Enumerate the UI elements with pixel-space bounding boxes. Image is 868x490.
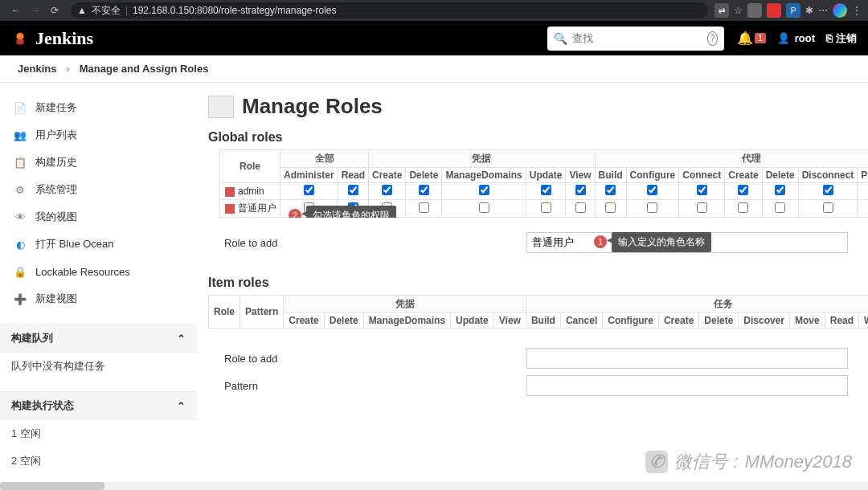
col-header: Delete [699,313,739,329]
exec-row: 2 空闲 [0,447,197,475]
col-header: Discover [739,313,790,329]
url-text: 192.168.0.150:8080/role-strategy/manage-… [133,5,337,16]
sidebar-item-4[interactable]: 👁我的视图 [0,203,197,231]
crumb-1[interactable]: Manage and Assign Roles [80,63,209,75]
col-header: Update [526,168,566,183]
alerts-button[interactable]: 🔔 1 [737,31,766,46]
permission-checkbox[interactable] [304,185,314,195]
history-icon: 📋 [13,155,27,169]
permission-checkbox[interactable] [541,202,551,213]
user-label: root [795,32,815,44]
col-group: 代理 [595,150,868,168]
col-header: Create [658,313,698,329]
sidebar-item-1[interactable]: 👥用户列表 [0,121,197,149]
chevron-up-icon: ⌃ [177,400,186,412]
item-role-add-input[interactable] [526,348,848,369]
permission-checkbox[interactable] [823,202,833,213]
permission-checkbox[interactable] [541,185,551,195]
user-menu[interactable]: 👤 root [777,32,815,44]
permission-checkbox[interactable] [647,185,657,195]
back-button[interactable]: ← [6,1,26,20]
item-role-add-label: Role to add [224,353,514,365]
address-bar[interactable]: ▲ 不安全 | 192.168.0.150:8080/role-strategy… [71,2,708,18]
item-pattern-label: Pattern [224,380,514,392]
build-queue-header[interactable]: 构建队列 ⌃ [0,324,197,353]
permission-checkbox[interactable] [775,202,785,213]
exec-status-header[interactable]: 构建执行状态 ⌃ [0,391,197,420]
logout-button[interactable]: ⎘ 注销 [826,31,857,46]
permission-checkbox[interactable] [382,185,392,195]
ext2-icon[interactable] [767,3,781,18]
permission-checkbox[interactable] [348,185,358,195]
reload-button[interactable]: ⟳ [45,1,64,20]
permission-checkbox[interactable] [823,185,833,195]
permission-checkbox[interactable] [775,185,785,195]
search-box[interactable]: 🔍 ? [547,27,724,51]
apps-icon[interactable]: ⋯ [818,5,828,16]
bookmark-icon[interactable]: ☆ [734,5,743,16]
col-header: Create [284,313,324,329]
sidebar-item-label: Lockable Resources [35,266,130,278]
permission-checkbox[interactable] [738,202,748,213]
sidebar-item-2[interactable]: 📋构建历史 [0,149,197,176]
crumb-0[interactable]: Jenkins [18,63,56,75]
col-header: Provision [858,168,868,183]
permission-checkbox[interactable] [479,202,489,213]
delete-role-icon[interactable] [225,187,235,197]
col-header: View [493,313,526,329]
translate-icon[interactable]: ⇄ [714,3,729,18]
eye-icon: 👁 [13,210,27,224]
profile-avatar[interactable] [833,3,847,18]
exec-row: 1 空闲 [0,420,197,447]
sidebar-item-7[interactable]: ➕新建视图 [0,285,197,312]
build-queue-empty: 队列中没有构建任务 [0,353,197,380]
sidebar-item-3[interactable]: ⚙系统管理 [0,176,197,203]
build-queue-title: 构建队列 [11,331,53,345]
col-header: Update [451,313,494,329]
main-content: Manage Roles Global roles Role全部凭据代理任Adm… [197,83,868,482]
page-title: Manage Roles [242,94,383,119]
col-header: Build [526,313,560,329]
col-header: Delete [762,168,798,183]
svg-rect-1 [16,39,23,43]
annotation-1-tip: 输入定义的角色名称 [612,232,711,252]
col-header: Create [725,168,762,183]
permission-checkbox[interactable] [697,185,707,195]
permission-checkbox[interactable] [647,202,657,213]
search-input[interactable] [572,32,707,44]
sidebar-item-label: 新建视图 [35,292,77,306]
search-icon: 🔍 [554,32,567,45]
permission-checkbox[interactable] [575,185,586,195]
sidebar-item-0[interactable]: 📄新建任务 [0,94,197,121]
sidebar-item-label: 系统管理 [35,182,77,197]
help-icon[interactable]: ? [707,31,718,46]
forward-button[interactable]: → [26,1,45,20]
delete-role-icon[interactable] [225,204,235,214]
ext1-icon[interactable] [747,3,762,18]
permission-checkbox[interactable] [697,202,707,213]
item-roles-header: Item roles [208,276,868,290]
chevron-up-icon: ⌃ [177,333,186,345]
col-header: View [566,168,595,183]
breadcrumb: Jenkins › Manage and Assign Roles [0,55,868,83]
extensions-icon[interactable]: ✱ [805,5,813,16]
item-pattern-input[interactable] [526,375,848,396]
jenkins-title: Jenkins [35,28,93,49]
permission-checkbox[interactable] [605,185,616,195]
sidebar-item-6[interactable]: 🔒Lockable Resources [0,258,197,285]
permission-checkbox[interactable] [575,202,586,213]
alert-count: 1 [755,33,766,43]
ext3-icon[interactable]: P [786,3,800,18]
menu-icon[interactable]: ⋮ [852,5,862,16]
permission-checkbox[interactable] [479,185,489,195]
horizontal-scrollbar[interactable] [0,482,868,490]
chevron-right-icon: › [66,63,69,75]
permission-checkbox[interactable] [605,202,616,213]
sidebar-item-5[interactable]: ◐打开 Blue Ocean [0,231,197,258]
jenkins-logo[interactable]: Jenkins [11,28,93,49]
permission-checkbox[interactable] [419,185,429,195]
permission-checkbox[interactable] [419,202,429,213]
col-header: Workspace [859,313,868,329]
col-header: Create [369,168,406,183]
permission-checkbox[interactable] [738,185,748,195]
